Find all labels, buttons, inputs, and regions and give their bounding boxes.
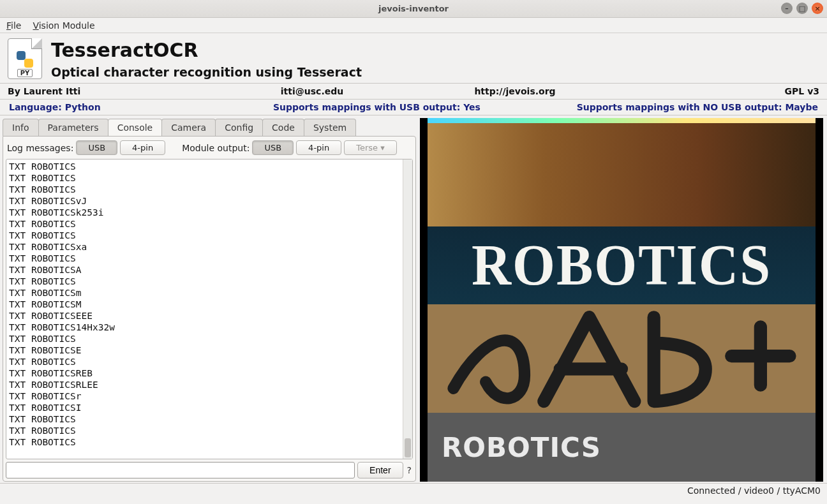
window-maximize-button[interactable]: □ — [796, 3, 808, 14]
module-4pin-toggle[interactable]: 4-pin — [296, 140, 341, 155]
console-scrollbar[interactable] — [403, 159, 412, 459]
py-label: PY — [17, 69, 33, 77]
console-panel: Log messages: USB 4-pin Module output: U… — [3, 136, 416, 482]
module-supports-row: Language: Python Supports mappings with … — [0, 99, 827, 115]
window-minimize-button[interactable]: – — [781, 3, 793, 14]
module-meta-row: By Laurent Itti itti@usc.edu http://jevo… — [0, 83, 827, 99]
module-email: itti@usc.edu — [211, 86, 414, 96]
console-command-input[interactable] — [6, 462, 355, 478]
console-help-button[interactable]: ? — [406, 465, 413, 475]
camera-view-container: ROBOTICS ROBOTICS — [420, 118, 823, 482]
handwriting-scrawl — [428, 304, 816, 413]
module-header: PY TesseractOCR Optical character recogn… — [0, 33, 827, 83]
camera-scene-top — [428, 118, 816, 226]
module-author: By Laurent Itti — [8, 86, 211, 96]
window-close-button[interactable]: × — [812, 3, 823, 14]
console-log[interactable]: TXT ROBOTICS TXT ROBOTICS TXT ROBOTICS T… — [6, 159, 403, 459]
log-messages-label: Log messages: — [7, 143, 73, 153]
menu-bar: File Vision Module — [0, 18, 827, 33]
terse-dropdown[interactable]: Terse ▾ — [344, 140, 397, 155]
module-usb-output: Supports mappings with USB output: Yes — [193, 102, 560, 112]
camera-view: ROBOTICS ROBOTICS — [428, 118, 816, 482]
camera-scene-text: ROBOTICS — [472, 232, 771, 299]
camera-scene-lower — [428, 304, 816, 413]
module-url: http://jevois.org — [414, 86, 616, 96]
tab-info[interactable]: Info — [3, 119, 39, 136]
tab-bar: InfoParametersConsoleCameraConfigCodeSys… — [3, 118, 416, 136]
module-language: Language: Python — [9, 102, 193, 112]
log-4pin-toggle[interactable]: 4-pin — [120, 140, 165, 155]
camera-scene-banner: ROBOTICS — [428, 226, 816, 304]
python-file-icon: PY — [8, 38, 42, 79]
window-title: jevois-inventor — [0, 4, 827, 13]
tab-code[interactable]: Code — [262, 119, 304, 136]
tab-camera[interactable]: Camera — [161, 119, 216, 136]
menu-file[interactable]: File — [6, 20, 21, 31]
module-output-label: Module output: — [182, 143, 250, 153]
log-usb-toggle[interactable]: USB — [76, 140, 117, 155]
camera-caption-bar: ROBOTICS — [428, 413, 816, 482]
tab-parameters[interactable]: Parameters — [38, 119, 108, 136]
tab-console[interactable]: Console — [108, 119, 163, 136]
module-usb-toggle[interactable]: USB — [252, 140, 294, 155]
status-text: Connected / video0 / ttyACM0 — [687, 485, 821, 496]
module-license: GPL v3 — [616, 86, 819, 96]
module-subtitle: Optical character recognition using Tess… — [51, 65, 362, 79]
console-enter-button[interactable]: Enter — [357, 462, 403, 478]
tab-config[interactable]: Config — [215, 119, 263, 136]
camera-caption-text: ROBOTICS — [442, 432, 601, 463]
window-titlebar: jevois-inventor – □ × — [0, 0, 827, 18]
module-title: TesseractOCR — [51, 39, 362, 61]
module-no-usb-output: Supports mappings with NO USB output: Ma… — [561, 102, 818, 112]
python-logo-icon — [17, 51, 33, 68]
status-bar: Connected / video0 / ttyACM0 — [0, 483, 827, 497]
menu-vision-module[interactable]: Vision Module — [33, 20, 94, 31]
tab-system[interactable]: System — [304, 119, 356, 136]
